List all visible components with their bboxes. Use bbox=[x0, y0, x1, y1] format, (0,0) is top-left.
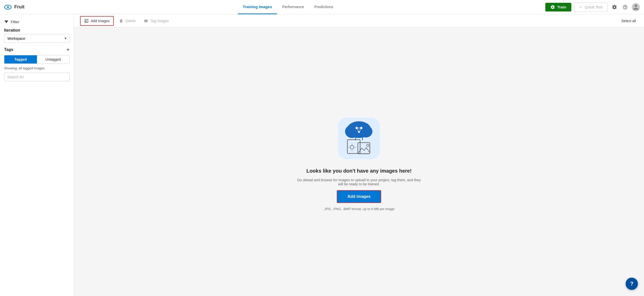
select-all-button[interactable]: Select all bbox=[618, 17, 639, 25]
showing-text: Showing: all tagged images bbox=[4, 66, 70, 70]
nav-actions: Train ✓ Quick Test bbox=[545, 3, 640, 12]
quick-test-button[interactable]: ✓ Quick Test bbox=[574, 3, 608, 12]
help-nav-icon bbox=[623, 5, 628, 10]
empty-state: Looks like you don't have any images her… bbox=[74, 28, 644, 296]
tags-header: Tags + bbox=[4, 47, 70, 53]
app-title: Fruit bbox=[14, 4, 24, 10]
empty-state-subtitle: Go ahead and browse for images to upload… bbox=[295, 178, 423, 186]
iteration-label: Iteration bbox=[4, 28, 70, 33]
train-button[interactable]: Train bbox=[545, 3, 571, 11]
empty-state-title: Looks like you don't have any images her… bbox=[306, 168, 412, 174]
avatar-icon bbox=[633, 4, 639, 10]
tag-icon bbox=[144, 19, 148, 23]
search-input[interactable] bbox=[4, 73, 70, 81]
eye-icon bbox=[4, 3, 12, 11]
iteration-select-wrapper: Workspace ▼ bbox=[4, 34, 70, 43]
delete-toolbar-button[interactable]: Delete bbox=[115, 16, 140, 26]
empty-state-illustration bbox=[333, 113, 384, 164]
format-text: .JPG, .PNG, .BMP format, up to 6 MB per … bbox=[324, 207, 395, 211]
svg-point-2 bbox=[7, 7, 8, 8]
tags-label: Tags bbox=[4, 47, 13, 52]
tags-section: Tags + Tagged Untagged Showing: all tagg… bbox=[4, 47, 70, 81]
settings-icon bbox=[612, 5, 617, 10]
svg-point-7 bbox=[355, 126, 358, 129]
untagged-button[interactable]: Untagged bbox=[37, 55, 70, 63]
nav-tabs: Training Images Performance Predictions bbox=[31, 0, 545, 14]
add-images-icon bbox=[84, 19, 89, 23]
tagged-button[interactable]: Tagged bbox=[4, 55, 37, 63]
tag-toggle: Tagged Untagged bbox=[4, 55, 70, 64]
top-navigation: Fruit Training Images Performance Predic… bbox=[0, 0, 644, 14]
settings-button[interactable] bbox=[610, 3, 619, 11]
help-nav-button[interactable] bbox=[621, 3, 629, 11]
iteration-section: Iteration Workspace ▼ bbox=[4, 28, 70, 43]
iteration-select[interactable]: Workspace bbox=[4, 34, 70, 43]
svg-point-8 bbox=[360, 126, 363, 129]
app-body: Filter Iteration Workspace ▼ Tags + Tagg… bbox=[0, 14, 644, 296]
help-bubble[interactable]: ? bbox=[626, 278, 638, 290]
help-bubble-icon: ? bbox=[630, 280, 633, 287]
filter-icon bbox=[4, 19, 9, 24]
add-images-main-button[interactable]: Add images bbox=[337, 190, 381, 203]
filter-label: Filter bbox=[11, 20, 19, 24]
filter-row[interactable]: Filter bbox=[4, 19, 70, 24]
avatar[interactable] bbox=[632, 3, 640, 11]
tab-training-images[interactable]: Training Images bbox=[238, 0, 277, 14]
tag-images-toolbar-button[interactable]: Tag images bbox=[140, 16, 173, 26]
app-logo[interactable]: Fruit bbox=[4, 3, 24, 11]
tab-performance[interactable]: Performance bbox=[277, 0, 309, 14]
tab-predictions[interactable]: Predictions bbox=[309, 0, 338, 14]
add-tag-button[interactable]: + bbox=[66, 47, 70, 53]
toolbar: Add images Delete Tag images Select all bbox=[74, 14, 644, 28]
delete-icon bbox=[119, 19, 123, 23]
main-content: Add images Delete Tag images Select all bbox=[74, 14, 644, 296]
add-images-toolbar-button[interactable]: Add images bbox=[80, 16, 114, 26]
train-gear-icon bbox=[550, 5, 555, 9]
sidebar: Filter Iteration Workspace ▼ Tags + Tagg… bbox=[0, 14, 74, 296]
